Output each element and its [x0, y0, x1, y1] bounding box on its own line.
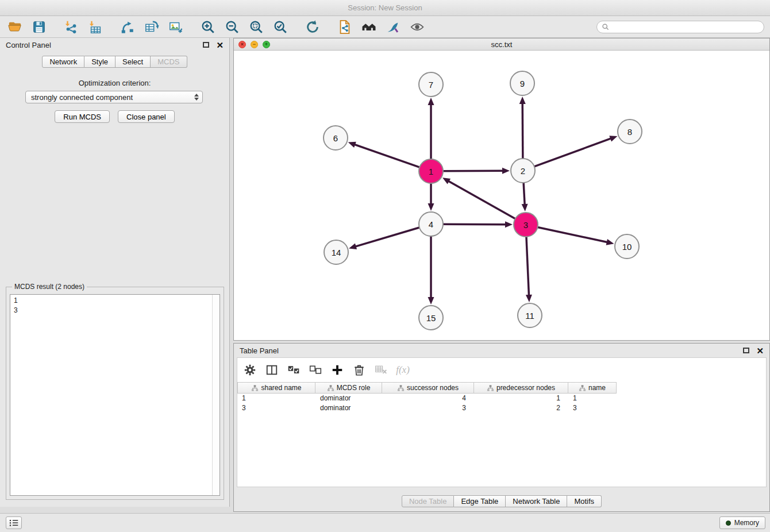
edge-3-to-11[interactable]: [526, 237, 532, 302]
column-header-mcds-role[interactable]: MCDS role: [315, 382, 382, 394]
import-table-icon[interactable]: [86, 18, 105, 36]
node-10[interactable]: 10: [615, 234, 639, 259]
edge-2-to-8[interactable]: [534, 136, 618, 167]
network-clone-icon[interactable]: [143, 18, 161, 36]
file-network-icon[interactable]: [336, 18, 354, 36]
eye-icon[interactable]: [408, 18, 426, 36]
network-new-icon[interactable]: [118, 18, 137, 36]
run-mcds-button[interactable]: Run MCDS: [55, 110, 110, 123]
tab-network-table[interactable]: Network Table: [506, 495, 567, 507]
edge-4-to-15[interactable]: [428, 236, 434, 304]
column-header-shared-name[interactable]: shared name: [237, 382, 315, 394]
float-table-panel-icon[interactable]: [743, 348, 749, 353]
tab-select[interactable]: Select: [116, 56, 151, 68]
result-scrollbar[interactable]: [212, 295, 220, 495]
tab-motifs[interactable]: Motifs: [567, 495, 602, 507]
column-header-predecessor-nodes[interactable]: predecessor nodes: [474, 382, 568, 394]
edge-3-to-10[interactable]: [538, 227, 614, 245]
search-input[interactable]: [611, 23, 759, 31]
table-row[interactable]: 3dominator323: [237, 403, 766, 413]
node-11[interactable]: 11: [518, 303, 542, 327]
gear-icon[interactable]: [242, 362, 258, 378]
edge-1-to-7[interactable]: [428, 98, 434, 159]
node-1[interactable]: 1: [419, 159, 443, 183]
node-3[interactable]: 3: [514, 213, 538, 237]
tab-node-table[interactable]: Node Table: [402, 495, 455, 507]
deselect-all-icon[interactable]: [307, 362, 324, 378]
tab-edge-table[interactable]: Edge Table: [454, 495, 506, 507]
delete-row-icon[interactable]: [351, 362, 367, 378]
result-item[interactable]: 3: [10, 306, 220, 315]
edge-1-to-4[interactable]: [428, 183, 434, 211]
tab-style[interactable]: Style: [84, 56, 116, 68]
node-4[interactable]: 4: [419, 212, 443, 236]
network-graph-canvas[interactable]: 7968124314101511: [234, 51, 769, 340]
node-6[interactable]: 6: [324, 126, 348, 150]
node-14[interactable]: 14: [324, 240, 348, 264]
control-panel-tabs: NetworkStyleSelectMCDS: [0, 56, 229, 68]
node-7[interactable]: 7: [419, 72, 443, 97]
node-9[interactable]: 9: [510, 71, 534, 95]
image-export-icon[interactable]: [167, 18, 185, 36]
criterion-dropdown[interactable]: strongly connected component: [25, 91, 203, 103]
delete-table-icon: [373, 362, 389, 378]
edge-2-to-3[interactable]: [522, 183, 528, 211]
edge-4-to-14[interactable]: [349, 228, 419, 249]
select-all-icon[interactable]: [286, 362, 302, 378]
table-cell: 3: [237, 403, 315, 413]
mcds-result-list[interactable]: 13: [10, 294, 220, 496]
table-row[interactable]: 1dominator411: [237, 394, 766, 403]
save-session-icon[interactable]: [30, 18, 48, 36]
import-network-icon[interactable]: [62, 18, 80, 36]
node-15[interactable]: 15: [419, 306, 443, 330]
task-history-button[interactable]: [6, 516, 22, 529]
column-header-successor-nodes[interactable]: successor nodes: [382, 382, 474, 394]
svg-text:2: 2: [521, 166, 525, 176]
table-cell: 4: [382, 394, 474, 403]
tab-network[interactable]: Network: [42, 56, 84, 68]
memory-label: Memory: [734, 519, 759, 527]
task-list-icon: [9, 519, 19, 527]
houses-icon[interactable]: [360, 18, 378, 36]
add-row-icon[interactable]: [329, 362, 345, 378]
svg-text:9: 9: [520, 79, 525, 88]
network-window-titlebar[interactable]: × − + scc.txt: [234, 38, 769, 51]
svg-text:3: 3: [523, 220, 528, 230]
paint-style-icon[interactable]: [384, 18, 402, 36]
edge-1-to-6[interactable]: [348, 142, 419, 167]
close-panel-button[interactable]: Close panel: [118, 110, 175, 123]
window-close-icon[interactable]: ×: [238, 41, 246, 48]
close-table-panel-icon[interactable]: ✕: [756, 346, 764, 355]
edge-2-to-9[interactable]: [519, 97, 526, 159]
edge-3-to-1[interactable]: [442, 178, 515, 218]
table-cell: 3: [382, 403, 474, 413]
table-panel-title: Table Panel: [240, 346, 279, 355]
zoom-out-icon[interactable]: [223, 18, 241, 36]
edge-1-to-2[interactable]: [443, 168, 510, 174]
folder-open-icon[interactable]: [6, 18, 24, 36]
window-maximize-icon[interactable]: +: [263, 41, 270, 48]
float-panel-icon[interactable]: [203, 42, 209, 48]
result-item[interactable]: 1: [10, 296, 220, 306]
window-minimize-icon[interactable]: −: [251, 41, 258, 48]
node-2[interactable]: 2: [511, 159, 535, 183]
search-icon: [602, 23, 609, 30]
table-tabs: Node TableEdge TableNetwork TableMotifs: [234, 495, 769, 507]
memory-button[interactable]: Memory: [719, 516, 765, 529]
node-8[interactable]: 8: [618, 119, 642, 144]
svg-text:6: 6: [333, 133, 338, 143]
tab-mcds[interactable]: MCDS: [151, 56, 187, 68]
columns-icon[interactable]: [264, 362, 280, 378]
zoom-selected-icon[interactable]: [271, 18, 290, 36]
column-header-name[interactable]: name: [568, 382, 617, 394]
control-panel: Control Panel ✕ NetworkStyleSelectMCDS O…: [0, 38, 230, 507]
zoom-in-icon[interactable]: [199, 18, 217, 36]
refresh-layout-icon[interactable]: [303, 18, 322, 36]
close-panel-icon[interactable]: ✕: [216, 41, 224, 49]
edge-4-to-3[interactable]: [443, 221, 513, 228]
criterion-dropdown-value: strongly connected component: [31, 93, 133, 102]
mcds-result-title: MCDS result (2 nodes): [12, 283, 87, 291]
zoom-fit-icon[interactable]: [247, 18, 265, 36]
search-box[interactable]: [596, 21, 764, 33]
window-titlebar[interactable]: Session: New Session: [0, 0, 770, 16]
